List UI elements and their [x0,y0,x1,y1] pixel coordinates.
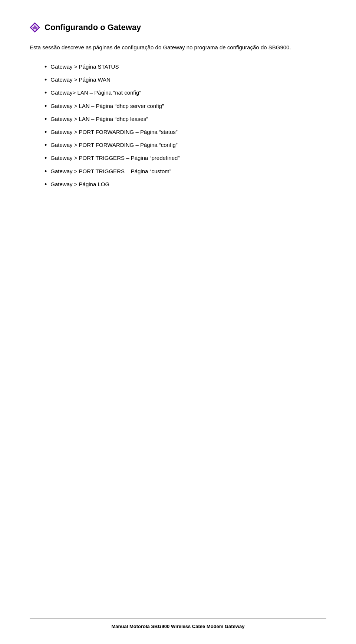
gateway-pages-list: Gateway > Página STATUSGateway > Página … [44,62,326,189]
list-item-text: Gateway > Página WAN [50,75,111,84]
list-item-text: Gateway > PORT TRIGGERS – Página “predef… [50,154,179,162]
list-item: Gateway > LAN – Página “dhcp server conf… [44,102,326,111]
list-item-text: Gateway > LAN – Página “dhcp server conf… [50,102,164,111]
list-item: Gateway> LAN – Página “nat config” [44,88,326,98]
intro-paragraph: Esta sessão descreve as páginas de confi… [30,43,326,52]
list-item: Gateway > Página STATUS [44,62,326,72]
list-item: Gateway > LAN – Página “dhcp leases” [44,115,326,124]
footer-text: Manual Motorola SBG900 Wireless Cable Mo… [112,624,245,629]
list-item-text: Gateway > LAN – Página “dhcp leases” [50,115,148,124]
list-item-text: Gateway > Página STATUS [50,62,119,71]
list-item: Gateway > Página LOG [44,180,326,189]
list-item: Gateway > PORT FORWARDING – Página “stat… [44,128,326,137]
main-heading: Configurando o Gateway [44,23,141,32]
list-item: Gateway > PORT TRIGGERS – Página “custom… [44,167,326,176]
list-item-text: Gateway > PORT FORWARDING – Página “conf… [50,141,177,150]
list-item-text: Gateway > PORT TRIGGERS – Página “custom… [50,167,171,176]
page-footer: Manual Motorola SBG900 Wireless Cable Mo… [30,618,326,629]
settings-icon [30,22,40,33]
list-item: Gateway > Página WAN [44,75,326,85]
page-title-container: Configurando o Gateway [30,22,326,33]
list-item: Gateway > PORT FORWARDING – Página “conf… [44,141,326,150]
list-item-text: Gateway> LAN – Página “nat config” [50,88,141,97]
list-item-text: Gateway > PORT FORWARDING – Página “stat… [50,128,177,137]
list-item: Gateway > PORT TRIGGERS – Página “predef… [44,154,326,163]
list-item-text: Gateway > Página LOG [50,180,109,189]
